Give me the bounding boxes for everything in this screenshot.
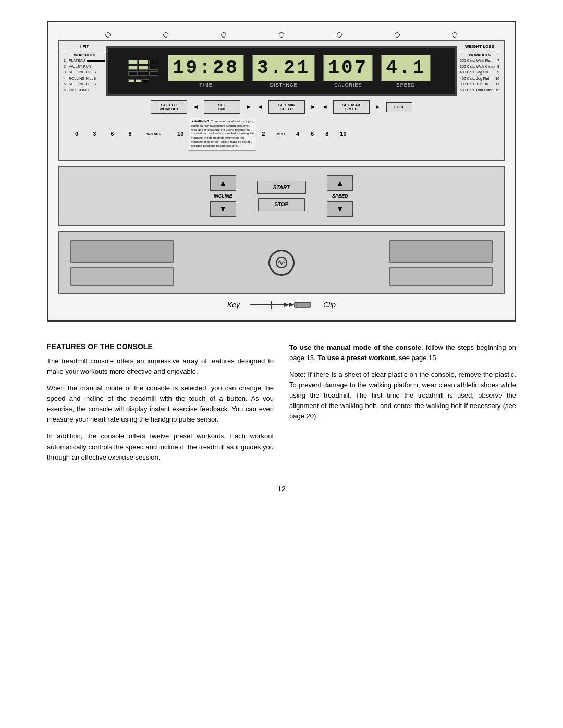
incline-label: INCLINE (214, 193, 232, 199)
control-buttons-row: SELECT WORKOUT ◄ SET TIME ► ◄ SET MIN SP… (75, 100, 488, 114)
right-handgrip-lower (389, 267, 493, 286)
grade-grade-label: %GRADE (146, 132, 163, 136)
set-time-button[interactable]: SET TIME (204, 100, 240, 114)
preset-workout-bold: To use a preset workout, (317, 354, 397, 362)
workouts-subtitle: WORKOUTS (64, 52, 105, 58)
calories-label: CALORIES (334, 82, 362, 88)
right-handgrip-upper (389, 240, 493, 263)
left-paragraph-2: When the manual mode of the console is s… (47, 383, 274, 425)
grade-0: 0 (75, 131, 78, 137)
circle-2 (163, 32, 168, 38)
console-diagram: I FIT WORKOUTS 1PLATEAU 2VALLEY RUN 3ROL… (47, 21, 516, 322)
grade-6: 6 (111, 131, 114, 137)
text-content: FEATURES OF THE CONSOLE The treadmill co… (47, 342, 516, 469)
right-handgrip-area (389, 240, 493, 286)
speed-display-group: 4.1 SPEED (378, 55, 433, 88)
stop-button[interactable]: STOP (258, 198, 304, 211)
bottom-panel (58, 231, 505, 294)
distance-label: DISTANCE (270, 82, 298, 88)
right-workout-12: 500 Cals. Run Climb12 (460, 87, 499, 93)
speed-label: SPEED (332, 193, 348, 199)
incline-down-button[interactable]: ▼ (210, 201, 236, 217)
set-max-speed-button[interactable]: SET MAX SPEED (333, 100, 370, 114)
mph-6: 6 (311, 131, 314, 137)
circle-3 (221, 32, 226, 38)
svg-marker-4 (284, 303, 289, 307)
workout-3: 3ROLLING HILLS (64, 69, 105, 75)
weight-loss-subtitle: WORKOUTS (460, 52, 499, 58)
grade-3: 3 (93, 131, 96, 137)
time-label: TIME (199, 82, 213, 88)
circle-4 (279, 32, 284, 38)
bar-indicator (128, 60, 158, 82)
display-area: 19:28 TIME 3.21 DISTANCE 107 CALORIES 4.… (106, 46, 457, 96)
distance-display-group: 3.21 DISTANCE (250, 55, 317, 88)
pulse-sensor-icon (268, 250, 295, 276)
svg-point-0 (276, 257, 287, 268)
grade-10: 10 (177, 131, 183, 137)
start-stop-controls: START STOP (257, 181, 306, 211)
right-paragraph-2: Note: If there is a sheet of clear plast… (289, 369, 516, 422)
arrow-left-speed[interactable]: ◄ (257, 103, 263, 110)
mph-label: MPH (276, 132, 285, 136)
go-button[interactable]: GO ► (386, 102, 412, 112)
top-panel: I FIT WORKOUTS 1PLATEAU 2VALLEY RUN 3ROL… (58, 40, 505, 161)
incline-up-button[interactable]: ▲ (210, 175, 236, 191)
top-indicator-circles (58, 32, 505, 38)
distance-display: 3.21 (252, 55, 315, 81)
mph-2: 2 (262, 131, 265, 137)
weight-loss-title: WEIGHT LOSS (460, 44, 499, 51)
right-workout-7: 250 Cals. Walk Flat7 (460, 58, 499, 64)
center-control-area (268, 250, 295, 276)
i-fit-title: I FIT (64, 44, 105, 51)
warning-box: ▲WARNING: To reduce risk of serious inju… (189, 118, 256, 151)
clip-label: Clip (323, 301, 336, 309)
set-min-sublabel: SPEED (273, 107, 300, 111)
start-button[interactable]: START (257, 181, 306, 194)
key-clip-row: Key Clip (58, 300, 505, 310)
circle-7 (452, 32, 457, 38)
workout-2: 2VALLEY RUN (64, 64, 105, 69)
manual-mode-bold: To use the manual mode of the console (289, 343, 421, 351)
svg-rect-6 (295, 302, 310, 307)
time-display-group: 19:28 TIME (165, 55, 247, 88)
select-workout-button[interactable]: SELECT WORKOUT (151, 100, 187, 114)
workout-4: 4ROLLING HILLS (64, 76, 105, 81)
mph-numbers: 2 MPH 4 6 8 10 (262, 131, 346, 137)
mph-8: 8 (325, 131, 328, 137)
arrow-left-max[interactable]: ◄ (322, 103, 328, 110)
grade-8: 8 (128, 131, 131, 137)
arrow-right-time[interactable]: ► (246, 103, 252, 110)
left-text-section: FEATURES OF THE CONSOLE The treadmill co… (47, 342, 274, 469)
circle-1 (105, 32, 111, 38)
calories-display-group: 107 CALORIES (321, 55, 375, 88)
page-number: 12 (31, 485, 532, 493)
set-min-speed-button[interactable]: SET MIN SPEED (268, 100, 305, 114)
arrow-right-min[interactable]: ► (310, 103, 316, 110)
right-workout-panel: WEIGHT LOSS WORKOUTS 250 Cals. Walk Flat… (460, 44, 499, 93)
speed-down-button[interactable]: ▼ (327, 201, 353, 217)
warning-text: To reduce risk of serious injury, stand … (191, 120, 254, 147)
right-workout-9: 400 Cals. Jog Hill9 (460, 69, 499, 75)
right-paragraph-1: To use the manual mode of the console, f… (289, 342, 516, 363)
page: I FIT WORKOUTS 1PLATEAU 2VALLEY RUN 3ROL… (0, 0, 563, 728)
time-display: 19:28 (168, 55, 244, 81)
incline-controls: ▲ INCLINE ▼ (210, 175, 236, 217)
circle-5 (337, 32, 342, 38)
right-workout-8: 350 Cals. Walk Climb8 (460, 64, 499, 69)
left-paragraph-3: In addition, the console offers twelve p… (47, 431, 274, 462)
speed-up-button[interactable]: ▲ (327, 175, 353, 191)
svg-marker-5 (289, 303, 295, 307)
key-clip-connector (250, 300, 313, 310)
left-handgrip-area (70, 240, 174, 286)
speed-controls: ▲ SPEED ▼ (327, 175, 353, 217)
grade-scale-row: 0 3 6 8 %GRADE 10 ▲WARNING: To reduce ri… (75, 118, 488, 151)
speed-display: 4.1 (381, 55, 431, 81)
set-max-sublabel: SPEED (338, 107, 365, 111)
arrow-left-time[interactable]: ◄ (192, 103, 199, 110)
mph-10: 10 (340, 131, 346, 137)
set-min-speed-label: SET MIN (278, 103, 295, 107)
arrow-right-max[interactable]: ► (375, 103, 381, 110)
select-workout-label: SELECT (161, 103, 178, 107)
grade-numbers: 0 3 6 8 %GRADE 10 (75, 131, 183, 137)
